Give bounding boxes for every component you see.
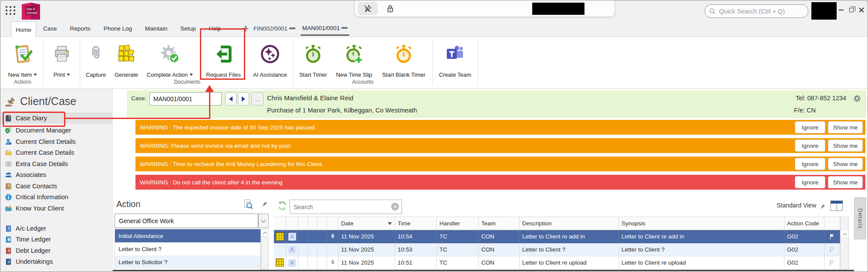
action-search-icon[interactable] (243, 198, 254, 211)
action-pin-icon[interactable] (261, 200, 268, 208)
menu-tab-maintain[interactable]: Maintain (145, 25, 167, 32)
sidebar-item-debt-ledger[interactable]: Debt Ledger (0, 245, 112, 256)
menu-tab-setup[interactable]: Setup (180, 25, 196, 32)
show-me-button[interactable]: Show me (828, 158, 863, 170)
show-me-button[interactable]: Show me (828, 139, 863, 152)
case-tab-man001[interactable]: MAN001/0001 (301, 21, 349, 36)
sidebar-item-extra-case-details[interactable]: Extra Case Details (0, 158, 112, 170)
row-cell-flag[interactable] (824, 243, 840, 256)
diary-search-input[interactable] (290, 200, 402, 214)
print-button[interactable]: Print (46, 38, 78, 79)
header-cell-team[interactable]: Team (479, 217, 520, 230)
row-cell-flag[interactable] (824, 256, 840, 269)
ignore-button[interactable]: Ignore (795, 158, 825, 170)
view-selector-label[interactable]: Standard View (777, 202, 816, 209)
generate-button[interactable]: Generate (110, 38, 142, 79)
action-list-scrollbar[interactable] (261, 229, 269, 270)
header-cell[interactable] (824, 217, 840, 230)
header-cell-time[interactable]: Time (395, 217, 437, 230)
warning-banner: WARNING : The expected invoice date of 3… (135, 120, 865, 135)
ribbon-group-actions: Actions (4, 79, 41, 85)
header-cell-action-code[interactable]: Action Code (784, 217, 824, 230)
new-time-slip-button[interactable]: New Time Slip (331, 38, 377, 79)
close-tab-dash-icon[interactable] (341, 27, 348, 29)
sidebar-item-current-client-details[interactable]: Current Client Details (0, 136, 112, 147)
start-blank-timer-button[interactable]: Start Blank Timer (377, 38, 431, 79)
close-button[interactable] (858, 6, 865, 14)
case-tab-fin002[interactable]: FIN002/0001 (253, 25, 295, 32)
column-layout-icon[interactable] (830, 200, 843, 211)
ai-assistance-button[interactable]: AI Assistance (248, 38, 292, 79)
next-case-button[interactable] (238, 92, 249, 105)
sidebar-item-associates[interactable]: Associates (0, 169, 112, 180)
show-me-button[interactable]: Show me (828, 121, 863, 133)
header-cell-synopsis[interactable]: Synopsis (619, 217, 784, 230)
restore-button[interactable] (848, 6, 855, 14)
clear-search-icon[interactable]: ✕ (391, 203, 399, 211)
action-dropdown-button[interactable] (258, 214, 269, 228)
quick-search-input[interactable] (705, 4, 808, 18)
browse-case-button[interactable]: ... (251, 92, 263, 105)
action-list-item[interactable]: Letter to Client ? (115, 242, 260, 255)
logo-text-line2: Durham (27, 11, 37, 14)
row-cell-flag[interactable] (824, 230, 840, 243)
details-side-tab[interactable]: Details (854, 197, 866, 239)
complete-action-button[interactable]: Complete Action (142, 38, 197, 79)
sidebar-item-undertakings[interactable]: Undertakings (0, 256, 112, 267)
start-timer-button[interactable]: Start Timer (295, 38, 331, 79)
sidebar-item-case-contacts[interactable]: Case Contacts (0, 180, 112, 192)
ignore-button[interactable]: Ignore (795, 121, 825, 133)
sidebar-item-time-ledger[interactable]: Time Ledger (0, 234, 112, 245)
app-launcher-icon[interactable] (5, 5, 16, 16)
sidebar-item-current-case-details[interactable]: Current Case Details (0, 147, 112, 158)
lock-button[interactable] (380, 2, 400, 15)
menu-tab-home[interactable]: Home (11, 21, 36, 37)
show-me-button[interactable]: Show me (828, 176, 863, 188)
row-cell-action-code: G02 (784, 230, 824, 243)
table-row[interactable]: A 11 Nov 2025 10:53 TC CON Letter to Cli… (274, 243, 840, 256)
view-pin-icon[interactable] (819, 203, 826, 210)
ignore-button[interactable]: Ignore (795, 176, 825, 188)
scroll-up-icon[interactable] (841, 231, 848, 238)
menu-tab-reports[interactable]: Reports (70, 25, 91, 32)
header-cell[interactable] (327, 217, 338, 230)
flag-icon (829, 233, 836, 240)
table-scrollbar[interactable] (840, 217, 849, 269)
new-item-label: New Item (8, 71, 32, 78)
action-list-item[interactable]: Initial Attendance (115, 229, 260, 242)
header-cell[interactable] (286, 217, 298, 230)
sidebar-item-ac-ledger[interactable]: A/c Ledger (0, 223, 112, 234)
sidebar-item-know-your-client[interactable]: Know Your Client (0, 203, 112, 214)
row-cell: A (286, 256, 298, 269)
capture-button[interactable]: Capture (81, 38, 110, 79)
action-list-item[interactable]: Letter to Solicitor ? (115, 255, 260, 269)
refresh-icon[interactable] (277, 200, 288, 211)
row-cell (327, 256, 338, 269)
minimize-button[interactable] (838, 6, 845, 14)
table-row[interactable]: A 11 Nov 2025 10:54 TC CON Letter to Cli… (274, 230, 840, 243)
table-row[interactable]: A 11 Nov 2025 10:51 TC CON Letter to Cli… (274, 256, 840, 269)
case-number-input[interactable] (149, 92, 222, 105)
previous-case-button[interactable] (225, 92, 236, 105)
close-tab-dash-icon[interactable] (289, 27, 295, 29)
unpin-button[interactable] (358, 2, 378, 15)
sidebar-item-critical-information[interactable]: Critical Information (0, 191, 112, 203)
header-cell-handler[interactable]: Handler (437, 217, 479, 230)
scroll-up-icon[interactable] (261, 229, 268, 237)
row-cell (274, 243, 286, 256)
action-category-dropdown[interactable]: General Office Work (115, 214, 258, 228)
header-cell-description[interactable]: Description (520, 217, 619, 230)
menu-tab-phone-log[interactable]: Phone Log (104, 25, 132, 32)
header-cell[interactable] (317, 217, 327, 230)
header-cell[interactable] (308, 217, 317, 230)
header-cell-date[interactable]: Date (338, 217, 395, 230)
menu-tab-case[interactable]: Case (43, 25, 57, 32)
create-team-button[interactable]: Create Team (434, 38, 476, 79)
annotation-line-horizontal (65, 118, 210, 119)
case-settings-gear-icon[interactable] (852, 94, 862, 103)
header-cell[interactable] (298, 217, 308, 230)
new-item-button[interactable]: New Item (4, 38, 41, 79)
header-cell[interactable] (274, 217, 286, 230)
application-window: Dye & Durham (0, 0, 868, 272)
ignore-button[interactable]: Ignore (795, 139, 825, 152)
